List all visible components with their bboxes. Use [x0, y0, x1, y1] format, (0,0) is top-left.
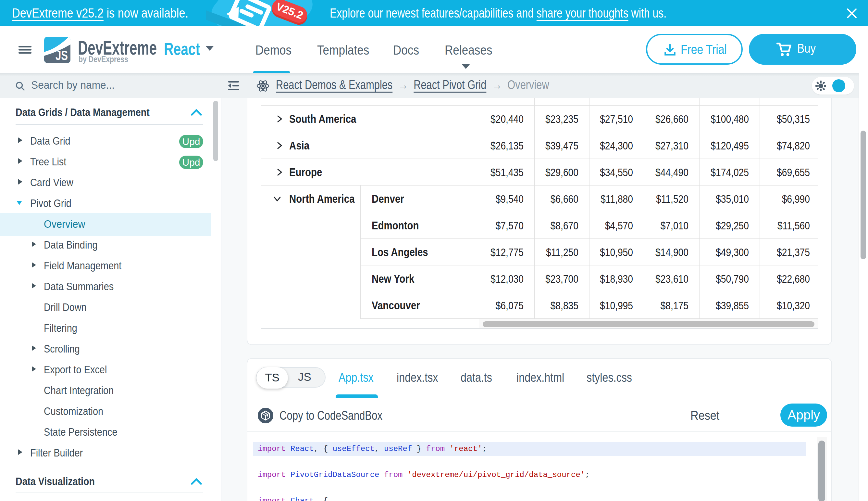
svg-text:JS: JS [55, 48, 68, 63]
